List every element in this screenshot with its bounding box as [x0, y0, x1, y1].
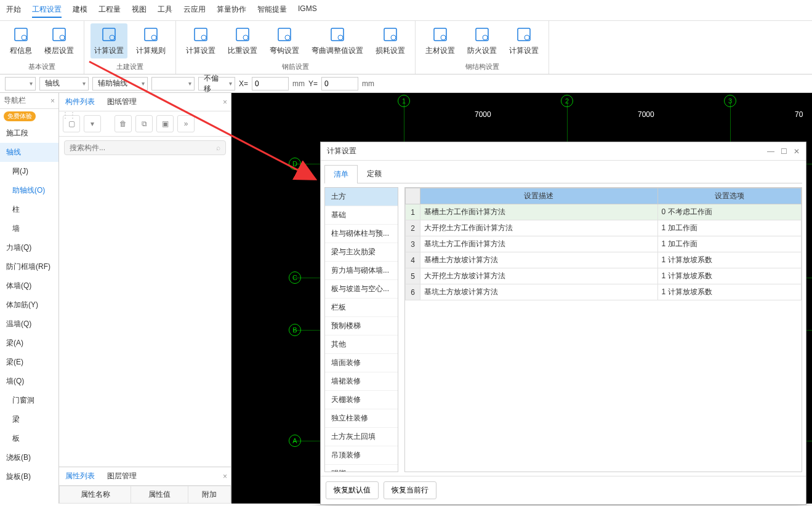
menu-0[interactable]: 开始 [6, 2, 21, 18]
category-item[interactable]: 栏板 [325, 299, 398, 317]
category-item[interactable]: 预制楼梯 [325, 317, 398, 335]
nav-item[interactable]: 门窗洞 [0, 391, 58, 410]
ribbon-icon [142, 26, 159, 43]
nav-item[interactable]: 助轴线(O) [0, 181, 58, 200]
nav-item[interactable]: 体加筋(Y) [0, 295, 58, 315]
tab-layer-mgmt[interactable]: 图层管理 [101, 467, 143, 485]
settings-row[interactable]: 6基坑土方放坡计算方法1 计算放坡系数 [406, 284, 802, 300]
menu-4[interactable]: 视图 [132, 2, 147, 18]
category-item[interactable]: 踢脚 [325, 465, 398, 472]
copy-icon[interactable]: ⧉ [135, 115, 153, 132]
category-item[interactable]: 剪力墙与砌体墙... [325, 262, 398, 280]
nav-item[interactable]: 板 [0, 429, 58, 448]
nav-item[interactable]: 旋板(B) [0, 467, 58, 486]
ribbon-label: 计算规则 [136, 46, 166, 56]
ribbon-主材设置[interactable]: 主材设置 [422, 23, 459, 58]
drag-handle-icon[interactable]: ⋮⋮ [62, 111, 76, 119]
x-input[interactable] [252, 77, 289, 90]
nav-item[interactable]: 施工段 [0, 124, 58, 143]
ribbon-弯钩设置[interactable]: 弯钩设置 [266, 23, 303, 58]
settings-row[interactable]: 3基坑土方工作面计算方法1 加工作面 [406, 236, 802, 252]
category-item[interactable]: 土方灰土回填 [325, 428, 398, 446]
close-icon[interactable]: ✕ [794, 147, 800, 156]
nav-item[interactable]: 力墙(Q) [0, 238, 58, 257]
mid-close-icon[interactable]: × [219, 94, 231, 110]
nav-item[interactable]: 墙 [0, 219, 58, 238]
nav-item[interactable]: 体墙(Q) [0, 276, 58, 295]
settings-row[interactable]: 4基槽土方放坡计算方法1 计算放坡系数 [406, 252, 802, 268]
search-icon[interactable]: ⌕ [216, 143, 220, 152]
category-item[interactable]: 土方 [325, 188, 398, 206]
nav-close-icon[interactable]: × [50, 97, 55, 105]
minimize-icon[interactable]: — [767, 147, 774, 156]
category-item[interactable]: 墙面装修 [325, 354, 398, 372]
category-item[interactable]: 板与坡道与空心... [325, 280, 398, 299]
settings-row[interactable]: 5大开挖土方放坡计算方法1 计算放坡系数 [406, 268, 802, 284]
search-input[interactable] [70, 143, 216, 152]
nav-item[interactable]: 柱 [0, 200, 58, 219]
category-item[interactable]: 独立柱装修 [325, 409, 398, 428]
settings-row[interactable]: 1基槽土方工作面计算方法0 不考虑工作面 [406, 204, 802, 220]
nav-item[interactable]: 网(J) [0, 162, 58, 181]
x-label: X= [239, 79, 248, 88]
ribbon-程信息[interactable]: 程信息 [6, 23, 36, 58]
restore-current-button[interactable]: 恢复当前行 [384, 481, 436, 499]
more-icon[interactable]: » [177, 115, 195, 132]
menu-9[interactable]: IGMS [298, 2, 317, 18]
ribbon-计算设置[interactable]: 计算设置 [90, 23, 127, 58]
menu-5[interactable]: 工具 [158, 2, 172, 18]
ribbon-label: 计算设置 [509, 46, 539, 56]
attr-close-icon[interactable]: × [219, 468, 231, 484]
menu-1[interactable]: 工程设置 [32, 2, 62, 18]
menu-3[interactable]: 工程量 [98, 2, 121, 18]
nav-item[interactable]: 浇板(B) [0, 448, 58, 467]
menu-6[interactable]: 云应用 [183, 2, 206, 18]
dropdown-icon[interactable]: ▾ [84, 115, 101, 132]
ribbon-计算设置[interactable]: 计算设置 [182, 23, 219, 58]
ribbon-防火设置[interactable]: 防火设置 [464, 23, 500, 58]
delete-icon[interactable]: 🗑 [115, 115, 132, 132]
y-input[interactable] [321, 77, 358, 90]
category-item[interactable]: 天棚装修 [325, 391, 398, 409]
ribbon-计算规则[interactable]: 计算规则 [132, 23, 169, 58]
tab-list[interactable]: 清单 [324, 165, 358, 183]
category-item[interactable]: 吊顶装修 [325, 446, 398, 465]
nav-item[interactable]: 温墙(Q) [0, 315, 58, 334]
ribbon-计算设置[interactable]: 计算设置 [505, 23, 542, 58]
ribbon-楼层设置[interactable]: 楼层设置 [41, 23, 78, 58]
nav-item[interactable]: 防门框墙(RF) [0, 257, 58, 276]
nav-item[interactable]: 梁(E) [0, 353, 58, 372]
offset-dropdown[interactable]: 不偏移 [198, 77, 235, 90]
dropdown-1[interactable] [5, 77, 36, 90]
category-item[interactable]: 墙裙装修 [325, 372, 398, 391]
category-item[interactable]: 柱与砌体柱与预... [325, 225, 398, 243]
category-item[interactable]: 梁与主次肋梁 [325, 243, 398, 262]
aux-axis-dropdown[interactable]: 辅助轴线 [92, 77, 148, 90]
tab-drawing-mgmt[interactable]: 图纸管理 [101, 93, 143, 111]
svg-point-1 [22, 35, 26, 40]
maximize-icon[interactable]: ☐ [781, 147, 787, 156]
menu-2[interactable]: 建模 [73, 2, 87, 18]
nav-item[interactable]: 梁 [0, 410, 58, 429]
menu-7[interactable]: 算量协作 [217, 2, 246, 18]
axis-dropdown[interactable]: 轴线 [39, 77, 89, 90]
tab-attr-list[interactable]: 属性列表 [59, 467, 101, 485]
tab-component-list[interactable]: 构件列表 [59, 93, 101, 111]
nav-item[interactable]: 轴线 [0, 143, 58, 162]
ribbon-损耗设置[interactable]: 损耗设置 [372, 23, 409, 58]
paste-icon[interactable]: ▣ [156, 115, 174, 132]
ribbon-label: 主材设置 [425, 46, 455, 56]
menu-8[interactable]: 智能提量 [257, 2, 287, 18]
nav-item[interactable]: 墙(Q) [0, 372, 58, 391]
category-item[interactable]: 其他 [325, 335, 398, 354]
restore-default-button[interactable]: 恢复默认值 [326, 481, 379, 499]
category-item[interactable]: 基础 [325, 206, 398, 225]
ribbon-弯曲调整值设置[interactable]: 弯曲调整值设置 [308, 23, 367, 58]
svg-rect-18 [434, 28, 446, 41]
tab-quota[interactable]: 定额 [358, 164, 391, 183]
settings-row[interactable]: 2大开挖土方工作面计算方法1 加工作面 [406, 220, 802, 236]
ribbon-icon [329, 26, 346, 43]
dropdown-4[interactable] [151, 77, 195, 90]
ribbon-比重设置[interactable]: 比重设置 [224, 23, 261, 58]
nav-item[interactable]: 梁(A) [0, 334, 58, 353]
